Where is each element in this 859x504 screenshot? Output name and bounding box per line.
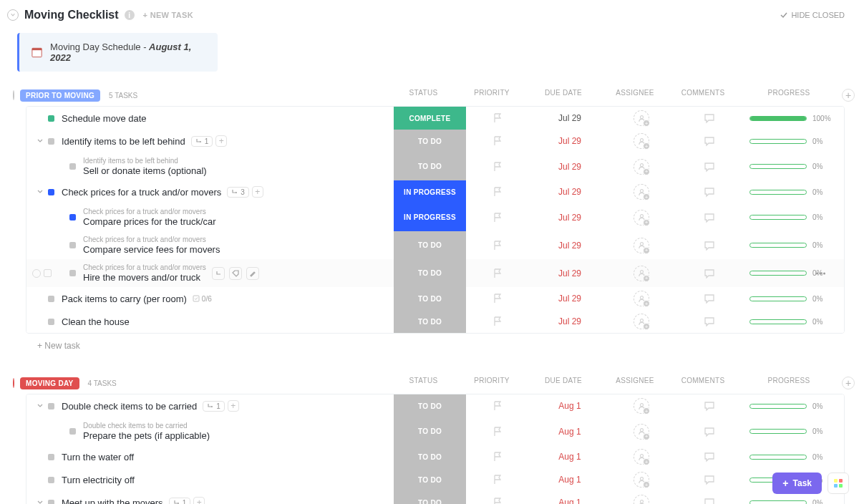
task-name[interactable]: Compare service fees for movers [83, 244, 220, 255]
priority-cell[interactable] [466, 491, 530, 504]
section-collapse-icon[interactable] [13, 90, 14, 100]
status-square-icon[interactable] [69, 242, 76, 248]
progress-cell[interactable]: 0% [745, 130, 845, 152]
more-options-icon[interactable] [816, 272, 825, 274]
checklist-badge[interactable]: 0/6 [193, 295, 212, 303]
status-square-icon[interactable] [69, 270, 76, 276]
progress-cell[interactable]: 0% [745, 394, 845, 417]
status-cell[interactable]: TO DO [394, 468, 466, 491]
task-name[interactable]: Clean the house [62, 316, 130, 327]
priority-cell[interactable] [466, 231, 530, 259]
status-square-icon[interactable] [48, 403, 54, 410]
status-cell[interactable]: TO DO [394, 394, 466, 417]
progress-cell[interactable]: 0% [745, 287, 845, 310]
due-date-cell[interactable]: Jul 29 [530, 130, 609, 152]
status-square-icon[interactable] [48, 115, 54, 122]
comments-cell[interactable] [674, 180, 745, 203]
task-row[interactable]: Identify items to be left behind1+ TO DO… [26, 130, 844, 152]
expand-caret-icon[interactable] [37, 499, 44, 504]
task-name[interactable]: Check prices for a truck and/or movers [62, 187, 221, 198]
column-header-due[interactable]: DUE DATE [524, 89, 603, 102]
task-name[interactable]: Identify items to be left behind [62, 136, 185, 147]
due-date-cell[interactable]: Aug 1 [530, 417, 609, 445]
subtask-count-badge[interactable]: 1 [191, 136, 213, 147]
priority-cell[interactable] [466, 130, 530, 152]
info-icon[interactable]: i [125, 10, 135, 20]
task-row[interactable]: Check prices for a truck and/or movers3+… [26, 180, 844, 203]
fab-new-task-button[interactable]: +Task [772, 472, 822, 494]
progress-cell[interactable]: 0% [745, 203, 845, 231]
status-cell[interactable]: TO DO [394, 310, 466, 333]
subtask-count-badge[interactable]: 1 [169, 498, 191, 505]
assignee-cell[interactable]: + [609, 130, 674, 152]
progress-cell[interactable]: 0% [745, 417, 845, 445]
task-name[interactable]: Turn electricity off [62, 475, 135, 485]
status-square-icon[interactable] [48, 454, 54, 460]
task-name[interactable]: Sell or donate items (optional) [83, 165, 207, 176]
comments-cell[interactable] [674, 152, 745, 180]
priority-cell[interactable] [466, 445, 530, 468]
expand-caret-icon[interactable] [37, 188, 44, 195]
task-row[interactable]: Identify items to be left behindSell or … [26, 152, 844, 180]
task-row[interactable]: Check prices for a truck and/or moversCo… [26, 203, 844, 231]
hide-closed-button[interactable]: HIDE CLOSED [780, 11, 845, 19]
add-column-button[interactable]: + [842, 377, 855, 389]
status-square-icon[interactable] [48, 138, 54, 145]
schedule-card[interactable]: Moving Day Schedule - August 1, 2022 [17, 33, 218, 72]
priority-cell[interactable] [466, 394, 530, 417]
task-name[interactable]: Turn the water off [62, 452, 134, 462]
task-row[interactable]: Turn electricity off TO DO Aug 1 + 0% [26, 468, 844, 491]
status-square-icon[interactable] [69, 428, 76, 435]
fab-apps-button[interactable] [828, 472, 849, 494]
add-subtask-button[interactable]: + [193, 497, 205, 504]
task-row[interactable]: Schedule move date COMPLETE Jul 29 + 100… [26, 107, 844, 130]
progress-cell[interactable]: 0% [745, 310, 845, 333]
task-name[interactable]: Double check items to be carried [62, 401, 197, 412]
assignee-cell[interactable]: + [609, 107, 674, 130]
add-column-button[interactable]: + [842, 89, 855, 102]
status-cell[interactable]: TO DO [394, 417, 466, 445]
comments-cell[interactable] [674, 310, 745, 333]
assignee-cell[interactable]: + [609, 259, 674, 287]
due-date-cell[interactable]: Jul 29 [530, 152, 609, 180]
row-checkbox-icon[interactable] [44, 269, 52, 277]
assignee-cell[interactable]: + [609, 287, 674, 310]
task-row[interactable]: Meet up with the movers1+ TO DO Aug 1 + … [26, 491, 844, 504]
column-header-priority[interactable]: PRIORITY [460, 377, 524, 389]
task-name[interactable]: Schedule move date [62, 113, 147, 124]
status-cell[interactable]: TO DO [394, 130, 466, 152]
assignee-cell[interactable]: + [609, 394, 674, 417]
status-cell[interactable]: TO DO [394, 231, 466, 259]
column-header-due[interactable]: DUE DATE [524, 377, 603, 389]
assignee-cell[interactable]: + [609, 417, 674, 445]
status-cell[interactable]: IN PROGRESS [394, 203, 466, 231]
due-date-cell[interactable]: Aug 1 [530, 445, 609, 468]
due-date-cell[interactable]: Jul 29 [530, 259, 609, 287]
priority-cell[interactable] [466, 310, 530, 333]
priority-cell[interactable] [466, 107, 530, 130]
due-date-cell[interactable]: Jul 29 [530, 287, 609, 310]
task-row[interactable]: Double check items to be carried1+ TO DO… [26, 394, 844, 417]
status-square-icon[interactable] [48, 500, 54, 505]
subtask-count-badge[interactable]: 3 [227, 187, 249, 198]
status-square-icon[interactable] [69, 214, 76, 220]
section-status-pill[interactable]: MOVING DAY [20, 377, 79, 389]
add-subtask-button[interactable]: + [228, 400, 239, 412]
assignee-cell[interactable]: + [609, 180, 674, 203]
comments-cell[interactable] [674, 130, 745, 152]
status-square-icon[interactable] [48, 477, 54, 483]
new-task-row[interactable]: + New task [26, 334, 845, 358]
priority-cell[interactable] [466, 468, 530, 491]
priority-cell[interactable] [466, 417, 530, 445]
comments-cell[interactable] [674, 231, 745, 259]
row-select-icon[interactable] [32, 269, 41, 278]
column-header-priority[interactable]: PRIORITY [460, 89, 524, 102]
status-square-icon[interactable] [48, 319, 54, 325]
comments-cell[interactable] [674, 107, 745, 130]
progress-cell[interactable]: 0% [745, 231, 845, 259]
due-date-cell[interactable]: Aug 1 [530, 468, 609, 491]
edit-action-icon[interactable] [246, 267, 259, 280]
subtask-action-icon[interactable] [212, 267, 225, 280]
progress-cell[interactable]: 0% [745, 445, 845, 468]
priority-cell[interactable] [466, 259, 530, 287]
